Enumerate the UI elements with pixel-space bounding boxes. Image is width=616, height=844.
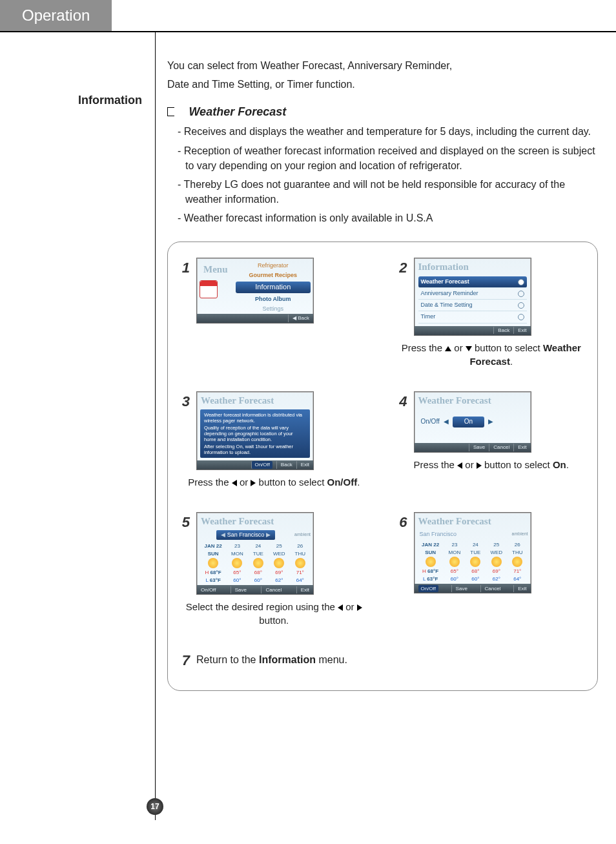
s1-item-bot2: Settings [236,304,311,314]
sun-icon [232,558,242,568]
s5-city: ◀ San Francisco ▶ [216,530,275,540]
s2-item-1: Weather Forecast [421,278,469,286]
s6-f-save: Save [451,585,467,593]
step-4-caption: Press the or button to select On. [396,458,588,471]
s1-title: Menu [200,261,232,277]
s5-f-save: Save [231,586,247,594]
step-6-number: 6 [396,512,407,533]
right-arrow-icon [357,604,362,611]
s4-value: On [453,417,484,427]
bullet-1: - Receives and displays the weather and … [167,124,598,139]
sun-icon [491,557,502,567]
step-1-number: 1 [178,258,190,278]
sun-icon [449,557,460,567]
s1-item-top1: Refrigerator [236,261,311,271]
step-7-caption: Return to the Information menu. [196,650,347,667]
s5-f-onoff: On/Off [201,586,216,594]
s5-f-cancel: Cancel [261,586,282,594]
s1-item-selected: Information [236,282,311,293]
left-arrow-icon [457,462,462,469]
step-5-screen: Weather Forecast ◀ San Francisco ▶ambien… [196,512,314,595]
s5-title: Weather Forecast [201,515,274,529]
sun-icon [512,557,522,567]
s2-item-4: Timer [421,313,436,321]
steps-panel: 1 Menu Refrigerator Gourmet Recipes [167,242,598,692]
step-3-number: 3 [178,391,190,412]
s6-title: Weather Forecast [418,515,491,529]
bullet-2: - Reception of weather forecast informat… [167,143,598,173]
bullet-4: - Weather forecast information is only a… [167,211,598,225]
s2-footer-back: Back [493,327,509,335]
sun-icon [295,558,305,568]
s3-msg: Weather forecast information is distribu… [200,409,310,458]
calendar-icon [200,280,218,298]
radio-off-icon [518,314,524,320]
down-arrow-icon [466,346,472,351]
step-3-screen: Weather Forecast Weather forecast inform… [196,391,314,471]
intro-line2: Date and Time Setting, or Timer function… [167,77,598,92]
s5-f-exit: Exit [296,586,309,594]
sun-icon [253,558,263,568]
step-5-number: 5 [178,512,190,533]
page-number-badge: 17 [147,798,163,815]
content-area: You can select from Weather Forecast, An… [156,32,616,820]
section-title: Weather Forecast [189,105,286,118]
s6-brand: ambient [512,531,531,537]
radio-on-icon [518,279,524,285]
s6-f-onoff: On/Off [418,585,438,593]
step-2-number: 2 [396,258,407,278]
sun-icon [208,558,218,568]
radio-off-icon [518,302,524,309]
s5-brand: ambient [294,531,313,538]
step-1-screen: Menu Refrigerator Gourmet Recipes Inform… [196,258,314,324]
s3-title: Weather Forecast [197,392,313,408]
s2-item-3: Date & Time Setting [421,301,473,309]
step-3-caption: Press the or button to select On/Off. [178,475,370,489]
step-2-screen: Information Weather Forecast Anniversary… [414,258,531,336]
sun-icon [274,558,284,568]
step-4-number: 4 [396,391,407,412]
s1-footer-back: ◀ Back [288,314,309,322]
step-5-caption: Select the desired region using the or b… [178,600,370,627]
left-arrow-icon [232,480,237,486]
sun-icon [426,557,436,567]
s2-footer-exit: Exit [513,327,526,335]
s4-title: Weather Forecast [415,392,531,408]
bullet-3: - Thereby LG does not guarantee and will… [167,177,598,207]
left-column: Information 17 [0,32,156,820]
radio-off-icon [518,291,524,297]
s3-footer-exit: Exit [296,461,309,469]
s1-item-bot1: Photo Album [236,294,311,304]
sidebar-title: Information [78,94,142,107]
header-tab: Operation [0,0,112,31]
up-arrow-icon [445,346,451,351]
s1-item-top2: Gourmet Recipes [236,271,311,280]
s2-title: Information [415,258,531,274]
intro-line1: You can select from Weather Forecast, An… [167,58,598,73]
s6-f-cancel: Cancel [480,585,501,593]
step-2-caption: Press the or button to select Weather Fo… [396,341,588,368]
step-6-screen: Weather Forecast San Franciscoambient JA… [414,512,531,593]
s2-item-2: Anniversary Reminder [421,289,478,298]
step-7-number: 7 [178,650,190,671]
sun-icon [470,557,480,567]
section-bullet-icon [167,107,174,116]
s6-city: San Francisco [415,529,512,540]
s4-label: On/Off [421,417,440,427]
step-4-screen: Weather Forecast On/Off ◀ On ▶ SaveCance… [414,391,531,453]
s3-footer-onoff: On/Off [251,461,272,469]
s3-footer-back: Back [276,461,293,469]
s4-footer-save: Save [469,444,485,451]
right-arrow-icon [477,462,482,469]
left-arrow-icon [338,604,343,611]
s4-footer-exit: Exit [513,444,526,451]
s6-f-exit: Exit [513,585,526,593]
s4-footer-cancel: Cancel [489,444,509,451]
